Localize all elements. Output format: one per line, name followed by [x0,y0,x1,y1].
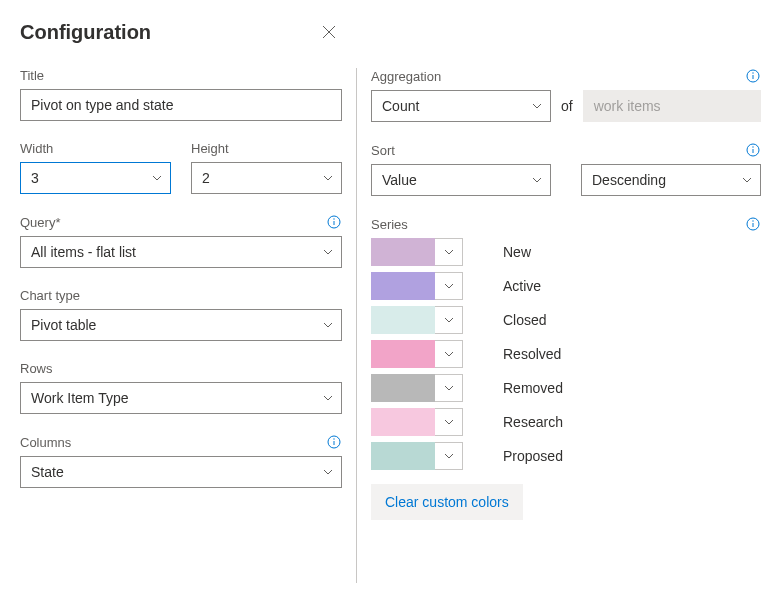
color-dropdown-button[interactable] [435,408,463,436]
series-label-text: Resolved [503,346,561,362]
svg-point-11 [752,146,753,147]
series-label: Series [371,217,408,232]
series-label-text: Closed [503,312,547,328]
charttype-label: Chart type [20,288,80,303]
series-label-text: Research [503,414,563,430]
width-select[interactable]: 3 [20,162,171,194]
dialog-header: Configuration [20,20,761,44]
query-select[interactable]: All items - flat list [20,236,342,268]
query-label: Query* [20,215,60,230]
svg-point-14 [752,220,753,221]
clear-custom-colors-button[interactable]: Clear custom colors [371,484,523,520]
color-dropdown-button[interactable] [435,374,463,402]
info-icon[interactable] [326,214,342,230]
height-select[interactable]: 2 [191,162,342,194]
title-label: Title [20,68,44,83]
series-item: Active [371,272,761,300]
color-swatch[interactable] [371,408,435,436]
chevron-down-icon [443,348,455,360]
series-item: Research [371,408,761,436]
columns-select[interactable]: State [20,456,342,488]
color-dropdown-button[interactable] [435,306,463,334]
series-item: Resolved [371,340,761,368]
svg-point-2 [333,218,334,219]
title-input[interactable] [20,89,342,121]
columns-label: Columns [20,435,71,450]
info-icon[interactable] [326,434,342,450]
color-swatch[interactable] [371,374,435,402]
color-swatch[interactable] [371,340,435,368]
right-panel: Aggregation Count of wor [356,68,761,583]
close-button[interactable] [317,20,341,44]
series-label-text: Active [503,278,541,294]
dialog-title: Configuration [20,21,151,44]
aggregation-label: Aggregation [371,69,441,84]
color-swatch[interactable] [371,238,435,266]
series-item: New [371,238,761,266]
chevron-down-icon [443,382,455,394]
color-dropdown-button[interactable] [435,272,463,300]
sort-label: Sort [371,143,395,158]
sort-direction-select[interactable]: Descending [581,164,761,196]
series-label-text: New [503,244,531,260]
color-dropdown-button[interactable] [435,442,463,470]
height-label: Height [191,141,229,156]
chevron-down-icon [443,246,455,258]
charttype-select[interactable]: Pivot table [20,309,342,341]
color-dropdown-button[interactable] [435,340,463,368]
close-icon [321,24,337,40]
chevron-down-icon [443,314,455,326]
chevron-down-icon [443,450,455,462]
color-swatch[interactable] [371,442,435,470]
info-icon[interactable] [745,142,761,158]
series-item: Closed [371,306,761,334]
color-swatch[interactable] [371,306,435,334]
series-list: NewActiveClosedResolvedRemovedResearchPr… [371,238,761,470]
series-item: Proposed [371,442,761,470]
svg-point-5 [333,438,334,439]
series-label-text: Removed [503,380,563,396]
svg-point-8 [752,72,753,73]
chevron-down-icon [443,416,455,428]
width-label: Width [20,141,53,156]
color-swatch[interactable] [371,272,435,300]
sort-by-select[interactable]: Value [371,164,551,196]
series-item: Removed [371,374,761,402]
rows-select[interactable]: Work Item Type [20,382,342,414]
aggregation-of-text: of [561,98,573,114]
color-dropdown-button[interactable] [435,238,463,266]
aggregation-target-display: work items [583,90,761,122]
info-icon[interactable] [745,68,761,84]
series-label-text: Proposed [503,448,563,464]
rows-label: Rows [20,361,53,376]
aggregation-select[interactable]: Count [371,90,551,122]
info-icon[interactable] [745,216,761,232]
left-panel: Title Width 3 [20,68,356,583]
chevron-down-icon [443,280,455,292]
